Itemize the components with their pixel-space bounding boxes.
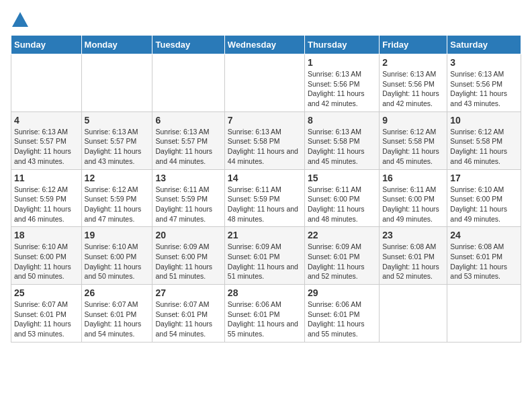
col-header-sunday: Sunday: [11, 36, 82, 54]
calendar-cell: [447, 285, 521, 342]
day-info: Sunrise: 6:09 AMSunset: 6:01 PMDaylight:…: [228, 242, 298, 280]
calendar-cell: 28Sunrise: 6:06 AMSunset: 6:01 PMDayligh…: [224, 285, 304, 342]
day-info: Sunrise: 6:07 AMSunset: 6:01 PMDaylight:…: [85, 300, 142, 338]
calendar-cell: 3Sunrise: 6:13 AMSunset: 5:56 PMDaylight…: [447, 54, 521, 112]
logo-icon: [11, 11, 30, 30]
day-info: Sunrise: 6:11 AMSunset: 5:59 PMDaylight:…: [155, 185, 212, 223]
day-info: Sunrise: 6:10 AMSunset: 6:00 PMDaylight:…: [85, 242, 142, 280]
day-number: 8: [308, 115, 376, 126]
day-number: 1: [308, 57, 376, 68]
week-row-4: 18Sunrise: 6:10 AMSunset: 6:00 PMDayligh…: [11, 227, 521, 285]
calendar-table: SundayMondayTuesdayWednesdayThursdayFrid…: [11, 35, 521, 342]
calendar-cell: 14Sunrise: 6:11 AMSunset: 5:59 PMDayligh…: [224, 169, 304, 227]
col-header-monday: Monday: [81, 36, 152, 54]
page-header: [11, 11, 521, 30]
day-number: 14: [228, 173, 302, 183]
calendar-cell: 13Sunrise: 6:11 AMSunset: 5:59 PMDayligh…: [152, 169, 224, 227]
calendar-cell: 22Sunrise: 6:09 AMSunset: 6:01 PMDayligh…: [304, 227, 379, 285]
calendar-cell: [81, 54, 152, 112]
day-info: Sunrise: 6:07 AMSunset: 6:01 PMDaylight:…: [155, 300, 212, 338]
day-number: 26: [85, 287, 150, 298]
day-number: 15: [308, 173, 376, 183]
calendar-cell: 12Sunrise: 6:12 AMSunset: 5:59 PMDayligh…: [81, 169, 152, 227]
day-info: Sunrise: 6:11 AMSunset: 6:00 PMDaylight:…: [308, 185, 365, 223]
week-row-1: 1Sunrise: 6:13 AMSunset: 5:56 PMDaylight…: [11, 54, 521, 112]
logo: [11, 11, 32, 30]
day-info: Sunrise: 6:08 AMSunset: 6:01 PMDaylight:…: [450, 242, 507, 280]
day-number: 18: [14, 230, 79, 240]
day-info: Sunrise: 6:10 AMSunset: 6:00 PMDaylight:…: [450, 185, 507, 223]
day-number: 5: [85, 115, 150, 126]
day-info: Sunrise: 6:13 AMSunset: 5:56 PMDaylight:…: [308, 70, 365, 107]
day-info: Sunrise: 6:13 AMSunset: 5:56 PMDaylight:…: [382, 70, 439, 107]
calendar-cell: 17Sunrise: 6:10 AMSunset: 6:00 PMDayligh…: [447, 169, 521, 227]
day-number: 20: [155, 230, 221, 240]
day-info: Sunrise: 6:11 AMSunset: 5:59 PMDaylight:…: [228, 185, 298, 223]
calendar-cell: [152, 54, 224, 112]
day-info: Sunrise: 6:12 AMSunset: 5:58 PMDaylight:…: [450, 128, 507, 165]
day-info: Sunrise: 6:11 AMSunset: 6:00 PMDaylight:…: [382, 185, 439, 223]
col-header-wednesday: Wednesday: [224, 36, 304, 54]
calendar-cell: 4Sunrise: 6:13 AMSunset: 5:57 PMDaylight…: [11, 111, 82, 169]
day-number: 3: [450, 57, 518, 68]
day-number: 21: [228, 230, 302, 240]
day-number: 29: [308, 287, 376, 298]
day-info: Sunrise: 6:13 AMSunset: 5:56 PMDaylight:…: [450, 70, 507, 107]
calendar-cell: 20Sunrise: 6:09 AMSunset: 6:00 PMDayligh…: [152, 227, 224, 285]
day-info: Sunrise: 6:10 AMSunset: 6:00 PMDaylight:…: [14, 242, 71, 280]
day-number: 22: [308, 230, 376, 240]
day-number: 9: [382, 115, 444, 126]
calendar-cell: 26Sunrise: 6:07 AMSunset: 6:01 PMDayligh…: [81, 285, 152, 342]
calendar-cell: 8Sunrise: 6:13 AMSunset: 5:58 PMDaylight…: [304, 111, 379, 169]
calendar-cell: [11, 54, 82, 112]
day-info: Sunrise: 6:08 AMSunset: 6:01 PMDaylight:…: [382, 242, 439, 280]
day-number: 6: [155, 115, 221, 126]
day-number: 10: [450, 115, 518, 126]
calendar-cell: 23Sunrise: 6:08 AMSunset: 6:01 PMDayligh…: [380, 227, 447, 285]
col-header-saturday: Saturday: [447, 36, 521, 54]
day-info: Sunrise: 6:09 AMSunset: 6:00 PMDaylight:…: [155, 242, 212, 280]
calendar-cell: 6Sunrise: 6:13 AMSunset: 5:57 PMDaylight…: [152, 111, 224, 169]
calendar-cell: 11Sunrise: 6:12 AMSunset: 5:59 PMDayligh…: [11, 169, 82, 227]
day-number: 16: [382, 173, 444, 183]
day-info: Sunrise: 6:07 AMSunset: 6:01 PMDaylight:…: [14, 300, 71, 338]
day-info: Sunrise: 6:13 AMSunset: 5:57 PMDaylight:…: [155, 128, 212, 165]
day-info: Sunrise: 6:06 AMSunset: 6:01 PMDaylight:…: [228, 300, 298, 338]
calendar-cell: 9Sunrise: 6:12 AMSunset: 5:58 PMDaylight…: [380, 111, 447, 169]
calendar-cell: 2Sunrise: 6:13 AMSunset: 5:56 PMDaylight…: [380, 54, 447, 112]
calendar-cell: 19Sunrise: 6:10 AMSunset: 6:00 PMDayligh…: [81, 227, 152, 285]
day-info: Sunrise: 6:06 AMSunset: 6:01 PMDaylight:…: [308, 300, 365, 338]
day-number: 2: [382, 57, 444, 68]
calendar-cell: [224, 54, 304, 112]
week-row-5: 25Sunrise: 6:07 AMSunset: 6:01 PMDayligh…: [11, 285, 521, 342]
day-number: 19: [85, 230, 150, 240]
calendar-cell: 7Sunrise: 6:13 AMSunset: 5:58 PMDaylight…: [224, 111, 304, 169]
calendar-cell: 27Sunrise: 6:07 AMSunset: 6:01 PMDayligh…: [152, 285, 224, 342]
calendar-cell: 16Sunrise: 6:11 AMSunset: 6:00 PMDayligh…: [380, 169, 447, 227]
calendar-cell: 21Sunrise: 6:09 AMSunset: 6:01 PMDayligh…: [224, 227, 304, 285]
day-info: Sunrise: 6:13 AMSunset: 5:58 PMDaylight:…: [308, 128, 365, 165]
col-header-thursday: Thursday: [304, 36, 379, 54]
day-number: 24: [450, 230, 518, 240]
day-number: 25: [14, 287, 79, 298]
day-number: 17: [450, 173, 518, 183]
calendar-cell: 1Sunrise: 6:13 AMSunset: 5:56 PMDaylight…: [304, 54, 379, 112]
day-info: Sunrise: 6:09 AMSunset: 6:01 PMDaylight:…: [308, 242, 365, 280]
day-info: Sunrise: 6:12 AMSunset: 5:58 PMDaylight:…: [382, 128, 439, 165]
day-number: 23: [382, 230, 444, 240]
calendar-cell: 10Sunrise: 6:12 AMSunset: 5:58 PMDayligh…: [447, 111, 521, 169]
day-number: 11: [14, 173, 79, 183]
day-number: 28: [228, 287, 302, 298]
col-header-friday: Friday: [380, 36, 447, 54]
day-number: 12: [85, 173, 150, 183]
day-info: Sunrise: 6:13 AMSunset: 5:58 PMDaylight:…: [228, 128, 298, 165]
calendar-cell: 24Sunrise: 6:08 AMSunset: 6:01 PMDayligh…: [447, 227, 521, 285]
calendar-cell: 15Sunrise: 6:11 AMSunset: 6:00 PMDayligh…: [304, 169, 379, 227]
day-info: Sunrise: 6:12 AMSunset: 5:59 PMDaylight:…: [14, 185, 71, 223]
day-info: Sunrise: 6:13 AMSunset: 5:57 PMDaylight:…: [14, 128, 71, 165]
calendar-cell: 5Sunrise: 6:13 AMSunset: 5:57 PMDaylight…: [81, 111, 152, 169]
calendar-cell: 18Sunrise: 6:10 AMSunset: 6:00 PMDayligh…: [11, 227, 82, 285]
week-row-3: 11Sunrise: 6:12 AMSunset: 5:59 PMDayligh…: [11, 169, 521, 227]
week-row-2: 4Sunrise: 6:13 AMSunset: 5:57 PMDaylight…: [11, 111, 521, 169]
day-info: Sunrise: 6:12 AMSunset: 5:59 PMDaylight:…: [85, 185, 142, 223]
